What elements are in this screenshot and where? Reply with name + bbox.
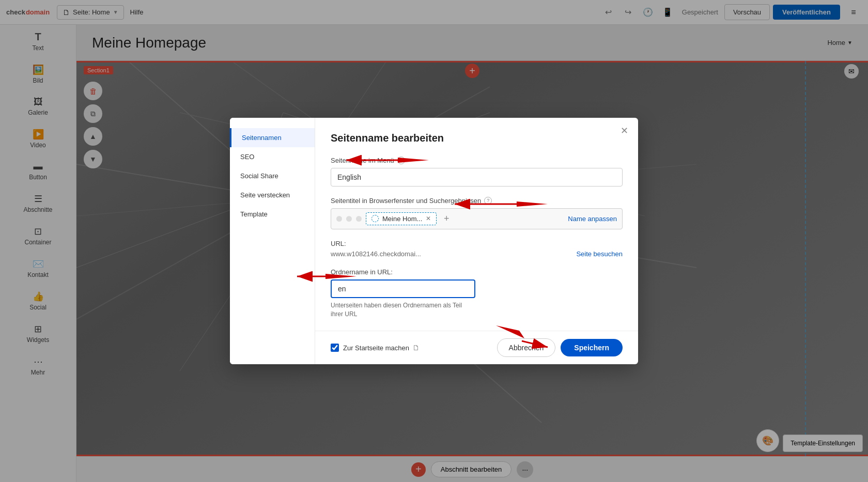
seite-besuchen-link[interactable]: Seite besuchen — [576, 250, 623, 258]
url-section: URL: www.w1082146.checkdomai... Seite be… — [331, 240, 623, 258]
dialog-sidebar-item-social-share[interactable]: Social Share — [230, 166, 315, 185]
zur-startseite-checkbox[interactable] — [331, 344, 339, 352]
zur-startseite-checkbox-label[interactable]: Zur Startseite machen — [331, 344, 409, 352]
browser-tab-favicon — [371, 215, 379, 222]
browser-dot-3 — [356, 216, 362, 222]
browser-active-tab[interactable]: Meine Hom... ✕ — [366, 212, 437, 225]
browser-tab-text: Meine Hom... — [382, 215, 422, 223]
dialog-title: Seitenname bearbeiten — [331, 132, 623, 144]
abbrechen-button[interactable]: Abbrechen — [497, 338, 556, 357]
browser-tab-close-icon[interactable]: ✕ — [426, 215, 431, 222]
dialog-sidebar-item-seite-verstecken[interactable]: Seite verstecken — [230, 185, 315, 205]
browser-tab-add-button[interactable]: + — [441, 213, 452, 224]
dialog-sidebar-item-seitenname[interactable]: Seitennamen — [230, 128, 315, 147]
browser-dot-2 — [346, 216, 352, 222]
dialog-close-button[interactable]: ✕ — [617, 124, 631, 137]
ordner-input[interactable] — [331, 279, 475, 298]
menu-name-help-icon[interactable]: ? — [397, 157, 405, 164]
checkbox-label-text: Zur Startseite machen — [343, 344, 409, 352]
url-row: www.w1082146.checkdomai... Seite besuche… — [331, 250, 623, 258]
menu-name-section: Seitenname im Menü ? — [331, 157, 623, 186]
browser-title-help-icon[interactable]: ? — [484, 197, 492, 205]
ordner-hint: Unterseiten haben diesen Ordnernamen als… — [331, 301, 475, 319]
ordner-label: Ordnername in URL: — [331, 268, 623, 276]
dialog-sidebar-item-template[interactable]: Template — [230, 205, 315, 224]
browser-tab-preview: Meine Hom... ✕ + Name anpassen — [331, 208, 623, 229]
speichern-button[interactable]: Speichern — [561, 339, 623, 356]
dialog: Seitennamen SEO Social Share Seite verst… — [230, 118, 638, 365]
url-label: URL: — [331, 240, 623, 247]
menu-name-input[interactable] — [331, 168, 623, 186]
checkbox-info-icon[interactable]: 🗋 — [412, 344, 420, 352]
dialog-sidebar: Seitennamen SEO Social Share Seite verst… — [230, 118, 315, 365]
menu-name-label: Seitenname im Menü ? — [331, 157, 623, 164]
browser-title-section: Seitentitel in Browserfenster und Sucher… — [331, 197, 623, 229]
ordner-section: Ordnername in URL: Unterseiten haben die… — [331, 268, 623, 319]
dialog-overlay[interactable]: Seitennamen SEO Social Share Seite verst… — [0, 0, 868, 482]
browser-title-label: Seitentitel in Browserfenster und Sucher… — [331, 197, 623, 205]
dialog-main: ✕ Seitenname bearbeiten Seitenname im Me… — [315, 118, 638, 365]
dialog-footer: Zur Startseite machen 🗋 Abbrechen Speich… — [315, 331, 638, 364]
dialog-sidebar-item-seo[interactable]: SEO — [230, 147, 315, 166]
name-anpassen-link[interactable]: Name anpassen — [568, 215, 617, 223]
url-value: www.w1082146.checkdomai... — [331, 250, 421, 258]
browser-dot-1 — [336, 216, 342, 222]
